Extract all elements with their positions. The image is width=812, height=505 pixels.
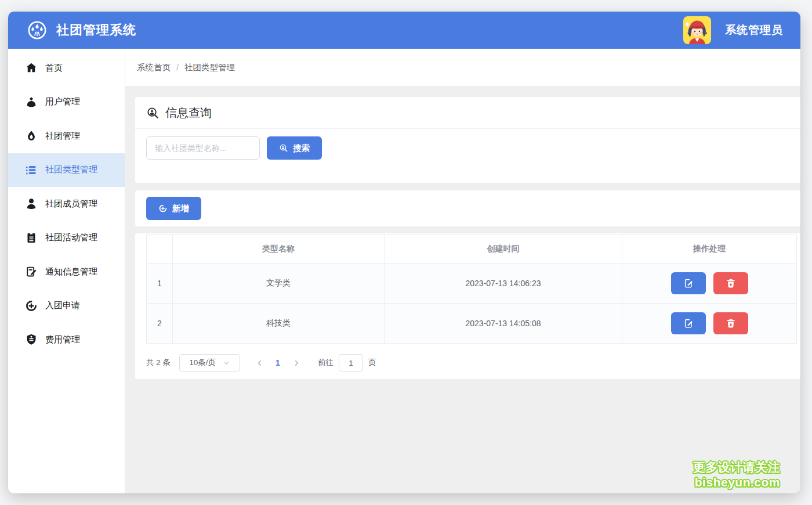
sidebar-item-activities[interactable]: 社团活动管理 bbox=[8, 221, 125, 255]
data-table-panel: 类型名称 创建时间 操作处理 1 文学类 2023-07-13 14:06:23 bbox=[135, 233, 800, 379]
sidebar-item-label: 费用管理 bbox=[45, 334, 80, 345]
sidebar-item-notices[interactable]: 通知信息管理 bbox=[8, 255, 125, 289]
column-header-actions: 操作处理 bbox=[622, 235, 797, 264]
notice-icon bbox=[25, 265, 38, 278]
search-panel: 信息查询 搜索 bbox=[135, 97, 800, 183]
trash-icon bbox=[725, 277, 737, 289]
search-icon bbox=[279, 143, 288, 153]
column-header-name: 类型名称 bbox=[173, 235, 385, 264]
screen: { "app": { "title": "社团管理系统", "user": "系… bbox=[0, 0, 812, 505]
user-box[interactable]: 系统管理员 bbox=[683, 16, 783, 44]
breadcrumb-separator: / bbox=[176, 63, 179, 72]
delete-button[interactable] bbox=[713, 272, 748, 294]
top-bar: 社团管理系统 系统管理员 bbox=[8, 12, 800, 49]
breadcrumb-item-current: 社团类型管理 bbox=[184, 62, 235, 73]
fee-icon bbox=[25, 333, 38, 346]
chevron-right-icon bbox=[292, 359, 301, 367]
page-unit-label: 页 bbox=[368, 358, 376, 368]
page-size-select[interactable]: 10条/页 bbox=[179, 354, 240, 371]
home-icon bbox=[25, 62, 38, 74]
sidebar-item-fees[interactable]: 费用管理 bbox=[8, 323, 125, 357]
watermark: 更多设计请关注 bisheyun.com bbox=[693, 460, 781, 490]
data-table: 类型名称 创建时间 操作处理 1 文学类 2023-07-13 14:06:23 bbox=[146, 235, 797, 344]
sidebar-item-label: 首页 bbox=[45, 63, 63, 74]
sidebar-item-label: 社团管理 bbox=[45, 131, 80, 142]
breadcrumb-item-home[interactable]: 系统首页 bbox=[137, 62, 171, 73]
sidebar-item-label: 社团活动管理 bbox=[45, 232, 97, 243]
current-page[interactable]: 1 bbox=[269, 358, 287, 367]
search-input[interactable] bbox=[146, 136, 260, 160]
cell-actions bbox=[622, 304, 797, 344]
edit-button[interactable] bbox=[671, 272, 706, 294]
drop-icon bbox=[25, 129, 38, 142]
app-logo-icon bbox=[27, 20, 48, 41]
goto-page-input[interactable] bbox=[339, 354, 363, 371]
edit-icon bbox=[683, 318, 694, 329]
activity-icon bbox=[25, 232, 38, 244]
chevron-left-icon bbox=[255, 359, 264, 367]
edit-icon bbox=[683, 277, 694, 289]
add-button[interactable]: 新增 bbox=[146, 197, 201, 220]
pagination: 共 2 条 10条/页 1 前往 bbox=[146, 354, 797, 371]
column-header-created: 创建时间 bbox=[385, 235, 622, 264]
cell-index: 1 bbox=[147, 264, 173, 304]
cell-created: 2023-07-13 14:06:23 bbox=[385, 264, 622, 304]
app-title: 社团管理系统 bbox=[56, 21, 136, 39]
table-header-row: 类型名称 创建时间 操作处理 bbox=[147, 235, 797, 264]
cell-index: 2 bbox=[147, 304, 173, 344]
delete-button[interactable] bbox=[713, 312, 748, 334]
watermark-line1: 更多设计请关注 bbox=[693, 460, 781, 475]
edit-button[interactable] bbox=[671, 312, 706, 334]
table-body: 1 文学类 2023-07-13 14:06:23 bbox=[147, 264, 797, 344]
main-area: 系统首页 / 社团类型管理 信息查询 搜索 bbox=[125, 49, 800, 493]
cell-name: 文学类 bbox=[173, 264, 385, 304]
cell-actions bbox=[622, 264, 797, 304]
sidebar: 首页 用户管理 社团管理 社团类型管理 bbox=[8, 49, 125, 493]
sidebar-item-label: 用户管理 bbox=[45, 96, 80, 107]
brand: 社团管理系统 bbox=[27, 20, 136, 41]
toolbar: 新增 bbox=[135, 190, 800, 226]
sidebar-item-members[interactable]: 社团成员管理 bbox=[8, 187, 125, 221]
user-icon bbox=[25, 96, 38, 109]
next-page-button[interactable] bbox=[287, 354, 306, 371]
member-icon bbox=[25, 197, 38, 210]
search-button[interactable]: 搜索 bbox=[267, 136, 322, 160]
cell-name: 科技类 bbox=[173, 304, 385, 344]
sidebar-item-club-types[interactable]: 社团类型管理 bbox=[8, 153, 125, 187]
sidebar-item-users[interactable]: 用户管理 bbox=[8, 85, 125, 120]
chevron-down-icon bbox=[223, 359, 230, 367]
list-icon bbox=[25, 164, 38, 176]
sidebar-item-clubs[interactable]: 社团管理 bbox=[8, 119, 125, 153]
watermark-line2: bisheyun.com bbox=[693, 475, 781, 490]
sidebar-item-label: 入团申请 bbox=[45, 300, 80, 311]
sidebar-item-home[interactable]: 首页 bbox=[8, 51, 125, 85]
table-row: 2 科技类 2023-07-13 14:05:08 bbox=[147, 304, 797, 344]
avatar bbox=[683, 16, 711, 44]
apply-icon bbox=[25, 300, 38, 312]
circle-plus-icon bbox=[158, 204, 168, 213]
total-count: 共 2 条 bbox=[146, 358, 171, 368]
table-row: 1 文学类 2023-07-13 14:06:23 bbox=[147, 264, 797, 304]
app-window: 社团管理系统 系统管理员 bbox=[8, 12, 800, 493]
goto-label: 前往 bbox=[318, 358, 334, 368]
user-name: 系统管理员 bbox=[725, 23, 783, 38]
sidebar-item-label: 通知信息管理 bbox=[45, 266, 97, 277]
search-panel-title: 信息查询 bbox=[135, 97, 800, 129]
sidebar-item-label: 社团成员管理 bbox=[45, 199, 97, 210]
trash-icon bbox=[725, 318, 737, 329]
user-search-icon bbox=[146, 106, 160, 120]
sidebar-item-applications[interactable]: 入团申请 bbox=[8, 289, 125, 323]
prev-page-button[interactable] bbox=[249, 354, 269, 371]
sidebar-item-label: 社团类型管理 bbox=[45, 164, 97, 175]
column-header-index bbox=[147, 235, 173, 264]
cell-created: 2023-07-13 14:05:08 bbox=[385, 304, 622, 344]
breadcrumb: 系统首页 / 社团类型管理 bbox=[125, 49, 800, 86]
